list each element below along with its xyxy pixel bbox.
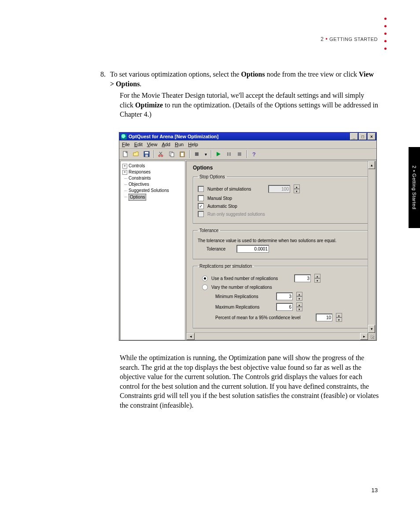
- new-icon[interactable]: [121, 150, 130, 158]
- tree-view[interactable]: +Controls +Responses Constraints Objecti…: [120, 161, 185, 340]
- num-sim-checkbox[interactable]: [198, 186, 204, 192]
- manual-stop-checkbox[interactable]: [198, 195, 204, 201]
- max-reps-label: Maximum Replications: [215, 305, 273, 309]
- save-icon[interactable]: [142, 150, 151, 158]
- maximize-button[interactable]: □: [359, 133, 367, 140]
- side-tab: 2 • Getting Started: [409, 147, 420, 228]
- decorative-dots: [384, 18, 387, 50]
- run-sugg-label: Run only suggested solutions: [207, 212, 265, 217]
- stop-legend: Stop Options: [198, 174, 227, 179]
- run-sugg-checkbox[interactable]: [198, 211, 204, 217]
- vary-reps-label: Vary the number of replications: [211, 285, 272, 290]
- tree-constraints[interactable]: Constraints: [122, 175, 184, 181]
- tree-controls[interactable]: +Controls: [122, 163, 184, 169]
- document-page: 2•Getting Started 2 • Getting Started 8.…: [0, 0, 420, 512]
- svg-rect-12: [227, 152, 228, 156]
- svg-rect-14: [238, 152, 241, 156]
- auto-stop-checkbox[interactable]: ✓: [198, 203, 204, 209]
- svg-rect-3: [145, 155, 148, 157]
- minimize-button[interactable]: _: [350, 133, 358, 140]
- auto-stop-label: Automatic Stop: [207, 204, 237, 209]
- menu-view[interactable]: View: [147, 142, 158, 147]
- open-icon[interactable]: [132, 150, 140, 158]
- step-8: 8. To set various optimization options, …: [110, 70, 379, 88]
- svg-rect-9: [181, 153, 184, 156]
- paragraph-2: While the optimization is running, the O…: [120, 353, 379, 410]
- scroll-up-icon[interactable]: ▴: [368, 161, 375, 169]
- replications-group: Replications per simulation Use a fixed …: [193, 264, 369, 328]
- pct-label: Percent of mean for a 95% confidence lev…: [215, 315, 312, 320]
- tolerance-label: Tolerance: [206, 247, 233, 251]
- menu-file[interactable]: File: [122, 142, 130, 147]
- paragraph-1: For the Movie Theater Design tutorial, w…: [120, 91, 379, 119]
- manual-stop-label: Manual Stop: [207, 196, 232, 201]
- dropdown-icon[interactable]: ▾: [203, 150, 208, 158]
- options-heading: Options: [193, 165, 369, 171]
- tolerance-input[interactable]: 0.0001: [236, 245, 269, 253]
- horizontal-scrollbar[interactable]: ◂ ▸: [187, 332, 368, 340]
- vertical-scrollbar[interactable]: ▴ ▾: [368, 161, 375, 333]
- copy-icon[interactable]: [167, 150, 176, 158]
- pct-input[interactable]: 10: [316, 313, 332, 321]
- close-button[interactable]: ×: [368, 133, 376, 140]
- svg-rect-2: [145, 152, 148, 154]
- reps-legend: Replications per simulation: [198, 264, 254, 269]
- min-reps-input[interactable]: 3: [276, 292, 293, 300]
- running-header: 2•Getting Started: [321, 36, 378, 42]
- tolerance-group: Tolerance The tolerance value is used to…: [193, 228, 369, 259]
- tree-suggested[interactable]: Suggested Solutions: [122, 188, 184, 194]
- svg-rect-11: [195, 152, 199, 156]
- pause-icon[interactable]: [225, 150, 233, 158]
- tree-responses[interactable]: +Responses: [122, 169, 184, 175]
- paste-icon[interactable]: [178, 150, 187, 158]
- stop-icon[interactable]: [192, 150, 201, 158]
- pct-spinner[interactable]: ▴▾: [336, 313, 342, 322]
- scroll-left-icon[interactable]: ◂: [187, 333, 195, 340]
- menu-help[interactable]: Help: [188, 142, 198, 147]
- title-bar: OptQuest for Arena [New Optimization] _ …: [119, 133, 376, 140]
- min-reps-spinner[interactable]: ▴▾: [296, 292, 302, 301]
- page-number: 13: [372, 487, 378, 494]
- fixed-reps-radio[interactable]: [202, 276, 208, 281]
- menu-add[interactable]: Add: [162, 142, 170, 147]
- resize-grip-icon[interactable]: [368, 333, 375, 340]
- tolerance-desc: The tolerance value is used to determine…: [198, 238, 364, 243]
- num-sim-label: Number of simulations: [207, 187, 265, 192]
- num-sim-input[interactable]: 100: [268, 185, 290, 193]
- scroll-down-icon[interactable]: ▾: [368, 325, 375, 333]
- max-reps-input[interactable]: 6: [276, 303, 293, 311]
- min-reps-label: Minimum Replications: [215, 294, 273, 299]
- stop2-icon[interactable]: [235, 150, 244, 158]
- vary-reps-radio[interactable]: [202, 284, 208, 290]
- window-title: OptQuest for Arena [New Optimization]: [129, 134, 218, 139]
- svg-rect-13: [229, 152, 231, 156]
- menu-bar: File Edit View Add Run Help: [119, 140, 376, 149]
- toolbar: ▾ ?: [119, 149, 376, 160]
- fixed-reps-input[interactable]: 3: [294, 274, 311, 282]
- fixed-reps-label: Use a fixed number of replications: [211, 276, 291, 281]
- svg-rect-7: [171, 153, 174, 157]
- menu-run[interactable]: Run: [175, 142, 184, 147]
- step-number: 8.: [100, 70, 106, 79]
- app-window: OptQuest for Arena [New Optimization] _ …: [119, 132, 377, 341]
- app-icon: [121, 134, 127, 140]
- cut-icon[interactable]: [157, 150, 166, 158]
- tree-objectives[interactable]: Objectives: [122, 181, 184, 188]
- max-reps-spinner[interactable]: ▴▾: [296, 302, 302, 311]
- stop-options-group: Stop Options Number of simulations 100 ▴…: [193, 174, 369, 224]
- options-pane: Options Stop Options Number of simulatio…: [186, 161, 376, 340]
- menu-edit[interactable]: Edit: [134, 142, 143, 147]
- fixed-reps-spinner[interactable]: ▴▾: [314, 274, 321, 283]
- tree-options[interactable]: Options: [122, 194, 184, 201]
- tolerance-legend: Tolerance: [198, 228, 220, 233]
- play-icon[interactable]: [214, 150, 223, 158]
- num-sim-spinner[interactable]: ▴▾: [294, 184, 300, 193]
- svg-rect-10: [181, 151, 183, 153]
- help-icon[interactable]: ?: [250, 150, 258, 158]
- scroll-right-icon[interactable]: ▸: [360, 333, 368, 340]
